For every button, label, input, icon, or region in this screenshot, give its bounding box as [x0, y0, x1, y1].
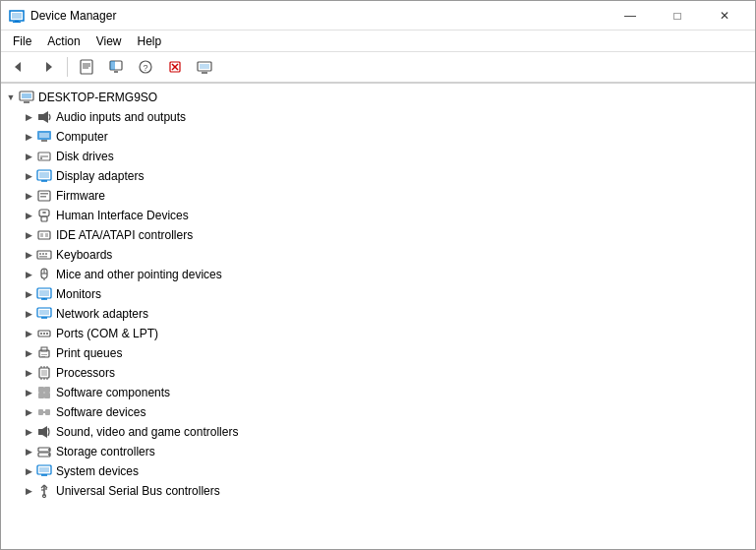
system-expand[interactable]: ▶ [21, 463, 36, 479]
svg-marker-5 [46, 62, 52, 72]
minimize-button[interactable]: — [608, 1, 653, 31]
menu-help[interactable]: Help [130, 32, 170, 50]
tree-item-software-components[interactable]: ▶ Software components [1, 383, 755, 402]
svg-marker-25 [43, 111, 48, 123]
svg-point-88 [48, 449, 50, 451]
usb-expand[interactable]: ▶ [21, 483, 36, 499]
disk-expand[interactable]: ▶ [21, 149, 36, 164]
menu-view[interactable]: View [88, 32, 130, 50]
svg-rect-55 [39, 290, 49, 296]
sound-expand[interactable]: ▶ [21, 424, 36, 440]
tree-item-software-devices[interactable]: ▶ Software devices [1, 402, 755, 422]
svg-rect-78 [44, 387, 50, 393]
svg-rect-2 [15, 21, 19, 22]
content-area[interactable]: ▼ DESKTOP-ERMG9SO ▶ [1, 84, 755, 549]
tree-item-print[interactable]: ▶ Print queues [1, 343, 755, 363]
svg-rect-19 [200, 64, 209, 69]
usb-label: Universal Serial Bus controllers [56, 484, 220, 498]
close-button[interactable]: ✕ [702, 1, 747, 31]
tree-item-ports[interactable]: ▶ Ports (COM & LPT) [1, 324, 755, 343]
uninstall-button[interactable] [161, 54, 189, 80]
svg-rect-6 [81, 60, 92, 74]
svg-rect-1 [12, 13, 22, 19]
tree-item-keyboard[interactable]: ▶ Keyboards [1, 245, 755, 265]
ide-expand[interactable]: ▶ [21, 227, 36, 243]
hid-expand[interactable]: ▶ [21, 208, 36, 223]
computer-node-icon [36, 129, 52, 145]
svg-rect-47 [42, 253, 44, 255]
network-expand[interactable]: ▶ [21, 306, 36, 322]
svg-rect-39 [41, 216, 47, 221]
ide-icon [36, 227, 52, 243]
tree-item-mouse[interactable]: ▶ Mice and other pointing devices [1, 265, 755, 284]
tree-item-storage[interactable]: ▶ Storage controllers [1, 442, 755, 461]
forward-icon [40, 59, 56, 75]
maximize-button[interactable]: □ [655, 1, 700, 31]
toolbar-separator-1 [67, 57, 68, 77]
tree-item-audio[interactable]: ▶ Audio inputs and outputs [1, 107, 755, 127]
keyboard-label: Keyboards [56, 248, 112, 262]
svg-rect-33 [39, 172, 49, 178]
scan-button[interactable] [191, 54, 218, 80]
tree-item-ide[interactable]: ▶ IDE ATA/ATAPI controllers [1, 225, 755, 245]
svg-rect-3 [13, 22, 21, 23]
system-icon [36, 463, 52, 479]
display-icon [36, 168, 52, 184]
uninstall-icon [167, 59, 183, 75]
update-button[interactable] [102, 54, 130, 80]
firmware-label: Firmware [56, 189, 105, 203]
title-bar-left: Device Manager [9, 8, 116, 24]
display-expand[interactable]: ▶ [21, 168, 36, 184]
forward-button[interactable] [34, 54, 62, 80]
tree-item-computer[interactable]: ▶ Computer [1, 127, 755, 147]
tree-item-hid[interactable]: ▶ Human Interface Devices [1, 206, 755, 225]
mouse-expand[interactable]: ▶ [21, 267, 36, 282]
storage-label: Storage controllers [56, 445, 155, 458]
tree-item-system[interactable]: ▶ System devices [1, 461, 755, 481]
tree-item-network[interactable]: ▶ Network adapters [1, 304, 755, 324]
sound-label: Sound, video and game controllers [56, 425, 238, 439]
back-button[interactable] [5, 54, 32, 80]
tree-item-usb[interactable]: ▶ Universal Serial Bus controllers [1, 481, 755, 501]
root-expand[interactable]: ▼ [3, 90, 19, 105]
audio-expand[interactable]: ▶ [21, 109, 36, 125]
help-button[interactable]: ? [132, 54, 159, 80]
help-icon: ? [138, 59, 153, 75]
processors-expand[interactable]: ▶ [21, 365, 36, 381]
tree-item-display[interactable]: ▶ Display adapters [1, 166, 755, 186]
svg-rect-22 [22, 93, 31, 98]
tree-item-firmware[interactable]: ▶ Firmware [1, 186, 755, 206]
mouse-icon [36, 267, 52, 282]
ports-expand[interactable]: ▶ [21, 326, 36, 341]
svg-rect-84 [38, 429, 42, 435]
properties-button[interactable] [73, 54, 100, 80]
tree-item-processors[interactable]: ▶ Processors [1, 363, 755, 383]
computer-expand[interactable]: ▶ [21, 129, 36, 145]
tree-item-monitors[interactable]: ▶ Monitors [1, 284, 755, 304]
svg-rect-11 [110, 61, 115, 70]
audio-label: Audio inputs and outputs [56, 110, 186, 124]
print-expand[interactable]: ▶ [21, 345, 36, 361]
keyboard-expand[interactable]: ▶ [21, 247, 36, 263]
sound-icon [36, 424, 52, 440]
menu-file[interactable]: File [5, 32, 39, 50]
back-icon [11, 59, 27, 75]
storage-icon [36, 444, 52, 459]
svg-rect-82 [45, 409, 50, 415]
monitors-expand[interactable]: ▶ [21, 286, 36, 302]
software-components-expand[interactable]: ▶ [21, 385, 36, 400]
system-label: System devices [56, 464, 139, 478]
network-icon [36, 306, 52, 322]
svg-point-89 [48, 454, 50, 456]
software-devices-expand[interactable]: ▶ [21, 404, 36, 420]
processors-label: Processors [56, 366, 115, 380]
tree-item-sound[interactable]: ▶ Sound, video and game controllers [1, 422, 755, 442]
svg-rect-37 [40, 196, 46, 198]
menu-action[interactable]: Action [39, 32, 87, 50]
svg-point-62 [40, 333, 42, 335]
tree-item-disk[interactable]: ▶ Disk drives [1, 147, 755, 166]
tree-root[interactable]: ▼ DESKTOP-ERMG9SO [1, 88, 755, 107]
storage-expand[interactable]: ▶ [21, 444, 36, 459]
window-title: Device Manager [30, 9, 116, 23]
firmware-expand[interactable]: ▶ [21, 188, 36, 204]
